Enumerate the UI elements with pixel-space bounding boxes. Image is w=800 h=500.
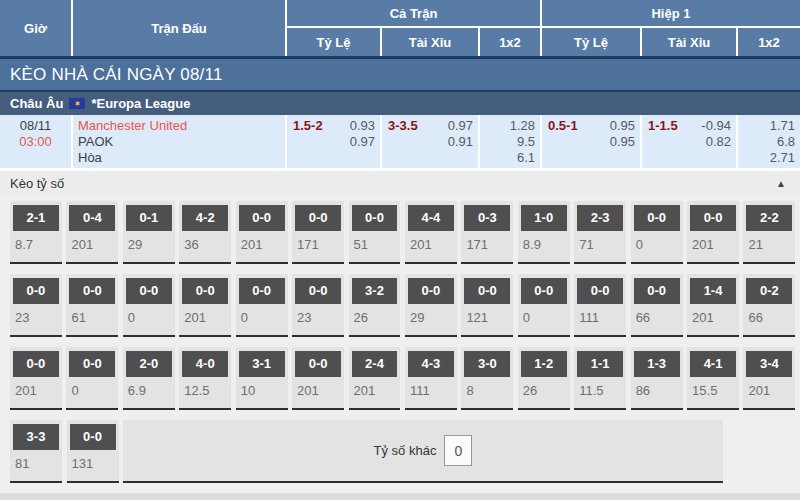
score-box[interactable]: 4-1 [690, 351, 736, 377]
score-odds-cell[interactable]: 0-0171 [292, 201, 344, 264]
score-box[interactable]: 0-2 [746, 278, 792, 304]
collapse-up-arrow-icon[interactable]: ▲ [776, 178, 786, 189]
score-odds-cell[interactable]: 4-3111 [405, 347, 457, 410]
score-box[interactable]: 0-0 [634, 278, 680, 304]
score-box[interactable]: 2-0 [126, 351, 172, 377]
score-box[interactable]: 0-0 [295, 351, 341, 377]
full-handicap-odd-away[interactable]: 0.97 [323, 134, 375, 150]
score-odds-cell[interactable]: 1-386 [631, 347, 683, 410]
score-box[interactable]: 0-0 [70, 424, 116, 450]
score-odds-cell[interactable]: 0-0201 [687, 201, 739, 264]
score-box[interactable]: 4-4 [408, 205, 454, 231]
half-overunder-line[interactable]: 1-1.5 [648, 118, 678, 168]
score-box[interactable]: 0-0 [182, 278, 228, 304]
score-box[interactable]: 2-1 [13, 205, 59, 231]
full-over-odd[interactable]: 0.97 [418, 118, 473, 134]
score-odds-cell[interactable]: 0-4201 [66, 201, 118, 264]
score-box[interactable]: 0-0 [634, 205, 680, 231]
half-1x2-home-odd[interactable]: 1.71 [744, 118, 795, 134]
score-box[interactable]: 2-3 [577, 205, 623, 231]
score-box[interactable]: 3-4 [746, 351, 792, 377]
half-1x2-draw-odd[interactable]: 2.71 [744, 150, 795, 166]
score-odds-cell[interactable]: 2-06.9 [123, 347, 175, 410]
score-box[interactable]: 1-4 [690, 278, 736, 304]
score-odds-cell[interactable]: 0-0201 [236, 201, 288, 264]
score-odds-cell[interactable]: 0-129 [123, 201, 175, 264]
score-box[interactable]: 0-0 [521, 278, 567, 304]
half-1x2-away-odd[interactable]: 6.8 [744, 134, 795, 150]
score-odds-cell[interactable]: 4-4201 [405, 201, 457, 264]
score-box[interactable]: 0-0 [577, 278, 623, 304]
score-odds-cell[interactable]: 0-0111 [574, 274, 626, 337]
league-bar[interactable]: Châu Âu ✶ *Europa League [0, 90, 800, 115]
score-box[interactable]: 4-3 [408, 351, 454, 377]
score-odds-cell[interactable]: 0-023 [292, 274, 344, 337]
score-box[interactable]: 3-1 [239, 351, 285, 377]
score-box[interactable]: 0-0 [408, 278, 454, 304]
score-box[interactable]: 0-0 [69, 278, 115, 304]
score-odds-cell[interactable]: 4-236 [179, 201, 231, 264]
score-odds-cell[interactable]: 0-00 [66, 347, 118, 410]
half-under-odd[interactable]: 0.82 [678, 134, 731, 150]
score-odds-cell[interactable]: 0-051 [349, 201, 401, 264]
score-odds-cell[interactable]: 4-012.5 [179, 347, 231, 410]
score-box[interactable]: 0-0 [690, 205, 736, 231]
score-box[interactable]: 1-3 [634, 351, 680, 377]
score-odds-cell[interactable]: 0-0201 [179, 274, 231, 337]
score-box[interactable]: 0-0 [239, 278, 285, 304]
score-box[interactable]: 0-0 [295, 278, 341, 304]
full-handicap-odd-home[interactable]: 0.93 [323, 118, 375, 134]
away-team-name[interactable]: PAOK [78, 134, 285, 150]
half-handicap-odd-home[interactable]: 0.95 [578, 118, 635, 134]
score-box[interactable]: 0-0 [126, 278, 172, 304]
full-1x2-away-odd[interactable]: 9.5 [486, 134, 535, 150]
score-box[interactable]: 1-1 [577, 351, 623, 377]
score-odds-cell[interactable]: 3-08 [461, 347, 513, 410]
score-odds-cell[interactable]: 4-115.5 [687, 347, 739, 410]
score-odds-cell[interactable]: 1-4201 [687, 274, 739, 337]
score-box[interactable]: 4-2 [182, 205, 228, 231]
score-odds-cell[interactable]: 0-0201 [292, 347, 344, 410]
score-odds-cell[interactable]: 0-0201 [10, 347, 62, 410]
full-1x2-draw-odd[interactable]: 6.1 [486, 150, 535, 166]
score-box[interactable]: 0-0 [352, 205, 398, 231]
score-box[interactable]: 1-0 [521, 205, 567, 231]
score-box[interactable]: 0-0 [295, 205, 341, 231]
score-odds-cell[interactable]: 0-029 [405, 274, 457, 337]
score-box[interactable]: 0-0 [239, 205, 285, 231]
score-odds-cell[interactable]: 1-226 [518, 347, 570, 410]
score-odds-cell[interactable]: 2-4201 [349, 347, 401, 410]
score-odds-cell[interactable]: 3-226 [349, 274, 401, 337]
score-box[interactable]: 0-0 [69, 351, 115, 377]
other-score-input[interactable] [444, 435, 472, 466]
half-handicap-odd-away[interactable]: 0.95 [578, 134, 635, 150]
score-odds-cell[interactable]: 0-061 [66, 274, 118, 337]
score-odds-cell[interactable]: 3-110 [236, 347, 288, 410]
score-box[interactable]: 0-4 [69, 205, 115, 231]
score-odds-cell[interactable]: 0-0131 [67, 420, 119, 483]
score-odds-cell[interactable]: 1-111.5 [574, 347, 626, 410]
full-1x2-home-odd[interactable]: 1.28 [486, 118, 535, 134]
score-odds-cell[interactable]: 2-18.7 [10, 201, 62, 264]
half-handicap-line[interactable]: 0.5-1 [548, 118, 578, 168]
score-odds-cell[interactable]: 0-0121 [461, 274, 513, 337]
score-odds-cell[interactable]: 0-00 [236, 274, 288, 337]
score-box[interactable]: 3-2 [352, 278, 398, 304]
half-over-odd[interactable]: -0.94 [678, 118, 731, 134]
score-odds-cell[interactable]: 1-08.9 [518, 201, 570, 264]
full-overunder-line[interactable]: 3-3.5 [388, 118, 418, 168]
score-box[interactable]: 0-0 [464, 278, 510, 304]
score-box[interactable]: 0-1 [126, 205, 172, 231]
score-box[interactable]: 2-4 [352, 351, 398, 377]
score-box[interactable]: 0-3 [464, 205, 510, 231]
score-odds-cell[interactable]: 3-4201 [743, 347, 795, 410]
score-box[interactable]: 0-0 [13, 351, 59, 377]
score-odds-cell[interactable]: 2-371 [574, 201, 626, 264]
score-box[interactable]: 1-2 [521, 351, 567, 377]
score-odds-cell[interactable]: 2-221 [743, 201, 795, 264]
full-under-odd[interactable]: 0.91 [418, 134, 473, 150]
home-team-name[interactable]: Manchester United [78, 118, 285, 134]
score-odds-cell[interactable]: 0-266 [743, 274, 795, 337]
score-odds-cell[interactable]: 0-00 [518, 274, 570, 337]
full-handicap-line[interactable]: 1.5-2 [293, 118, 323, 168]
